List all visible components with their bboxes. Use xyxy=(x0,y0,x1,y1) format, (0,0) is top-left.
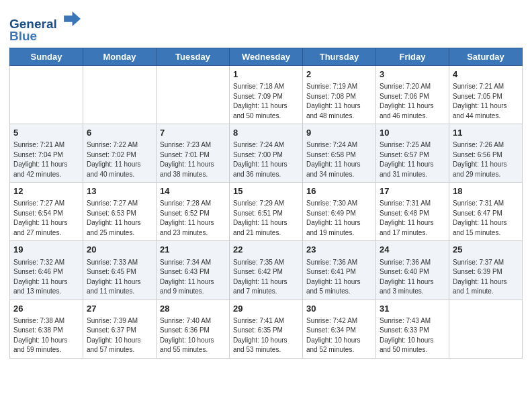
day-number: 1 xyxy=(233,68,299,81)
day-info: Sunrise: 7:41 AMSunset: 6:35 PMDaylight:… xyxy=(233,316,299,355)
calendar-cell: 6Sunrise: 7:22 AMSunset: 7:02 PMDaylight… xyxy=(83,124,157,183)
calendar-cell: 5Sunrise: 7:21 AMSunset: 7:04 PMDaylight… xyxy=(10,124,83,183)
day-info: Sunrise: 7:32 AMSunset: 6:46 PMDaylight:… xyxy=(13,258,79,297)
day-number: 15 xyxy=(233,185,299,197)
day-info: Sunrise: 7:18 AMSunset: 7:09 PMDaylight:… xyxy=(233,82,299,121)
calendar-cell: 1Sunrise: 7:18 AMSunset: 7:09 PMDaylight… xyxy=(230,65,303,124)
calendar-cell: 9Sunrise: 7:24 AMSunset: 6:58 PMDaylight… xyxy=(303,124,376,183)
day-info: Sunrise: 7:38 AMSunset: 6:38 PMDaylight:… xyxy=(13,316,79,355)
calendar-cell: 25Sunrise: 7:37 AMSunset: 6:39 PMDayligh… xyxy=(449,241,523,300)
page: General Blue SundayMondayTuesdayWednesda… xyxy=(0,0,532,411)
weekday-friday: Friday xyxy=(376,48,449,65)
day-number: 3 xyxy=(380,68,445,81)
calendar-cell: 22Sunrise: 7:35 AMSunset: 6:42 PMDayligh… xyxy=(230,241,303,300)
logo-text: General xyxy=(9,9,81,32)
day-number: 6 xyxy=(87,127,152,139)
weekday-tuesday: Tuesday xyxy=(157,48,230,65)
day-info: Sunrise: 7:23 AMSunset: 7:01 PMDaylight:… xyxy=(160,140,226,179)
day-number: 18 xyxy=(453,185,519,197)
day-info: Sunrise: 7:21 AMSunset: 7:05 PMDaylight:… xyxy=(453,82,519,121)
day-number: 25 xyxy=(453,244,519,256)
week-row-1: 5Sunrise: 7:21 AMSunset: 7:04 PMDaylight… xyxy=(10,124,523,183)
day-info: Sunrise: 7:27 AMSunset: 6:53 PMDaylight:… xyxy=(87,199,152,238)
day-number: 21 xyxy=(160,244,226,256)
calendar-cell: 31Sunrise: 7:43 AMSunset: 6:33 PMDayligh… xyxy=(376,300,449,358)
day-number: 13 xyxy=(87,185,152,197)
calendar-cell: 8Sunrise: 7:24 AMSunset: 7:00 PMDaylight… xyxy=(230,124,303,183)
calendar-cell: 18Sunrise: 7:31 AMSunset: 6:47 PMDayligh… xyxy=(449,183,523,241)
calendar-cell: 23Sunrise: 7:36 AMSunset: 6:41 PMDayligh… xyxy=(303,241,376,300)
calendar-cell: 19Sunrise: 7:32 AMSunset: 6:46 PMDayligh… xyxy=(10,241,83,300)
calendar-cell: 17Sunrise: 7:31 AMSunset: 6:48 PMDayligh… xyxy=(376,183,449,241)
day-info: Sunrise: 7:31 AMSunset: 6:48 PMDaylight:… xyxy=(380,199,445,238)
calendar-cell: 3Sunrise: 7:20 AMSunset: 7:06 PMDaylight… xyxy=(376,65,449,124)
week-row-3: 19Sunrise: 7:32 AMSunset: 6:46 PMDayligh… xyxy=(10,241,523,300)
calendar-cell: 13Sunrise: 7:27 AMSunset: 6:53 PMDayligh… xyxy=(83,183,157,241)
day-number: 24 xyxy=(380,244,445,256)
day-info: Sunrise: 7:20 AMSunset: 7:06 PMDaylight:… xyxy=(380,82,445,121)
day-info: Sunrise: 7:37 AMSunset: 6:39 PMDaylight:… xyxy=(453,258,519,297)
day-number: 12 xyxy=(13,185,79,197)
calendar-cell: 24Sunrise: 7:36 AMSunset: 6:40 PMDayligh… xyxy=(376,241,449,300)
calendar-cell: 29Sunrise: 7:41 AMSunset: 6:35 PMDayligh… xyxy=(230,300,303,358)
day-info: Sunrise: 7:36 AMSunset: 6:40 PMDaylight:… xyxy=(380,258,445,297)
day-info: Sunrise: 7:30 AMSunset: 6:49 PMDaylight:… xyxy=(306,199,372,238)
weekday-wednesday: Wednesday xyxy=(230,48,303,65)
calendar-cell xyxy=(83,65,157,124)
day-info: Sunrise: 7:39 AMSunset: 6:37 PMDaylight:… xyxy=(87,316,152,355)
calendar: SundayMondayTuesdayWednesdayThursdayFrid… xyxy=(9,48,523,359)
day-info: Sunrise: 7:26 AMSunset: 6:56 PMDaylight:… xyxy=(453,140,519,179)
calendar-cell: 7Sunrise: 7:23 AMSunset: 7:01 PMDaylight… xyxy=(157,124,230,183)
day-number: 5 xyxy=(13,127,79,139)
day-number: 8 xyxy=(233,127,299,139)
weekday-sunday: Sunday xyxy=(10,48,83,65)
day-info: Sunrise: 7:35 AMSunset: 6:42 PMDaylight:… xyxy=(233,258,299,297)
day-info: Sunrise: 7:40 AMSunset: 6:36 PMDaylight:… xyxy=(160,316,226,355)
day-info: Sunrise: 7:31 AMSunset: 6:47 PMDaylight:… xyxy=(453,199,519,238)
calendar-cell: 26Sunrise: 7:38 AMSunset: 6:38 PMDayligh… xyxy=(10,300,83,358)
logo: General Blue xyxy=(9,9,81,44)
day-info: Sunrise: 7:28 AMSunset: 6:52 PMDaylight:… xyxy=(160,199,226,238)
day-number: 17 xyxy=(380,185,445,197)
day-info: Sunrise: 7:22 AMSunset: 7:02 PMDaylight:… xyxy=(87,140,152,179)
calendar-cell: 12Sunrise: 7:27 AMSunset: 6:54 PMDayligh… xyxy=(10,183,83,241)
calendar-cell: 15Sunrise: 7:29 AMSunset: 6:51 PMDayligh… xyxy=(230,183,303,241)
day-info: Sunrise: 7:25 AMSunset: 6:57 PMDaylight:… xyxy=(380,140,445,179)
calendar-cell: 10Sunrise: 7:25 AMSunset: 6:57 PMDayligh… xyxy=(376,124,449,183)
day-info: Sunrise: 7:27 AMSunset: 6:54 PMDaylight:… xyxy=(13,199,79,238)
day-number: 10 xyxy=(380,127,445,139)
day-number: 26 xyxy=(13,303,79,315)
day-info: Sunrise: 7:33 AMSunset: 6:45 PMDaylight:… xyxy=(87,258,152,297)
day-number: 30 xyxy=(306,303,372,315)
day-info: Sunrise: 7:21 AMSunset: 7:04 PMDaylight:… xyxy=(13,140,79,179)
day-number: 28 xyxy=(160,303,226,315)
day-number: 19 xyxy=(13,244,79,256)
calendar-cell xyxy=(10,65,83,124)
day-info: Sunrise: 7:36 AMSunset: 6:41 PMDaylight:… xyxy=(306,258,372,297)
weekday-saturday: Saturday xyxy=(449,48,523,65)
logo-icon xyxy=(62,9,81,28)
day-info: Sunrise: 7:24 AMSunset: 6:58 PMDaylight:… xyxy=(306,140,372,179)
calendar-cell: 27Sunrise: 7:39 AMSunset: 6:37 PMDayligh… xyxy=(83,300,157,358)
day-number: 9 xyxy=(306,127,372,139)
weekday-header-row: SundayMondayTuesdayWednesdayThursdayFrid… xyxy=(10,48,523,65)
week-row-4: 26Sunrise: 7:38 AMSunset: 6:38 PMDayligh… xyxy=(10,300,523,358)
calendar-cell: 16Sunrise: 7:30 AMSunset: 6:49 PMDayligh… xyxy=(303,183,376,241)
day-info: Sunrise: 7:42 AMSunset: 6:34 PMDaylight:… xyxy=(306,316,372,355)
day-number: 29 xyxy=(233,303,299,315)
weekday-monday: Monday xyxy=(83,48,157,65)
day-number: 7 xyxy=(160,127,226,139)
weekday-thursday: Thursday xyxy=(303,48,376,65)
day-number: 31 xyxy=(380,303,445,315)
calendar-cell: 20Sunrise: 7:33 AMSunset: 6:45 PMDayligh… xyxy=(83,241,157,300)
header: General Blue xyxy=(9,7,523,44)
calendar-cell: 11Sunrise: 7:26 AMSunset: 6:56 PMDayligh… xyxy=(449,124,523,183)
day-info: Sunrise: 7:43 AMSunset: 6:33 PMDaylight:… xyxy=(380,316,445,355)
day-number: 2 xyxy=(306,68,372,81)
calendar-cell: 14Sunrise: 7:28 AMSunset: 6:52 PMDayligh… xyxy=(157,183,230,241)
day-number: 16 xyxy=(306,185,372,197)
svg-marker-0 xyxy=(64,11,81,26)
day-number: 14 xyxy=(160,185,226,197)
calendar-cell xyxy=(157,65,230,124)
week-row-0: 1Sunrise: 7:18 AMSunset: 7:09 PMDaylight… xyxy=(10,65,523,124)
